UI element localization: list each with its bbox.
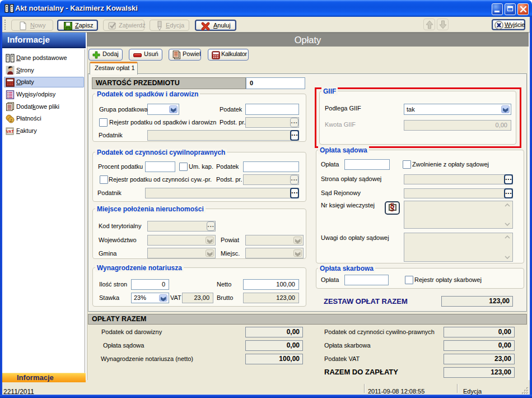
svg-text:2: 2 bbox=[10, 118, 13, 123]
svg-text:VAT: VAT bbox=[6, 129, 14, 134]
